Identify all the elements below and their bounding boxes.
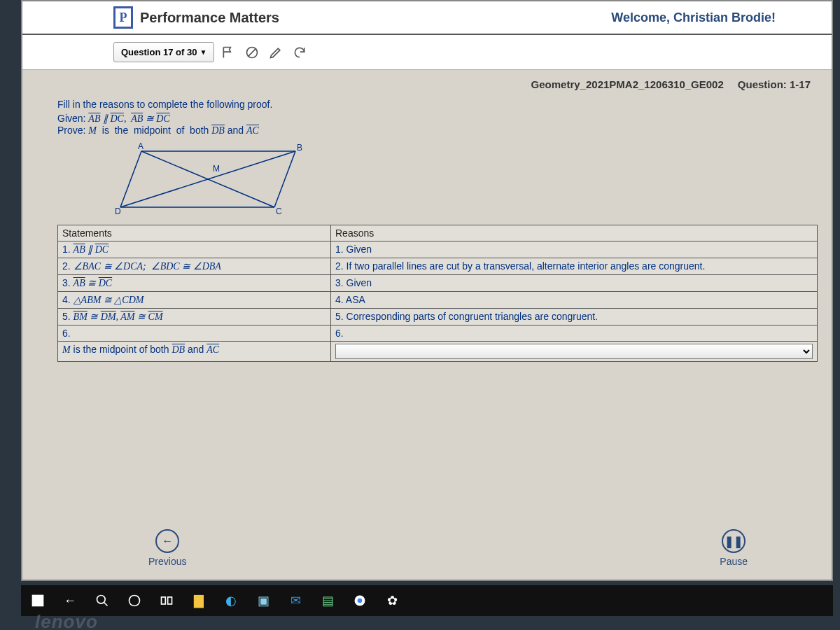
brand-title: Performance Matters [140, 10, 279, 26]
svg-text:B: B [297, 143, 302, 153]
back-arrow-icon[interactable]: ← [60, 591, 80, 610]
table-row: 5. BM ≅ DM, AM ≅ CM 5. Corresponding par… [58, 309, 818, 326]
prohibit-icon[interactable] [242, 43, 262, 62]
edge-icon[interactable]: ◐ [221, 591, 241, 610]
svg-rect-14 [38, 596, 43, 601]
pause-label: Pause [720, 556, 748, 567]
assessment-meta: Geometry_2021PMA2_1206310_GE002 Question… [22, 70, 832, 99]
svg-point-19 [130, 596, 140, 606]
svg-text:D: D [115, 206, 121, 216]
search-icon[interactable] [92, 591, 112, 610]
proof-table: Statements Reasons 1. AB ∥ DC 1. Given 2… [57, 225, 818, 362]
svg-text:A: A [138, 141, 144, 151]
settings-icon[interactable]: ✿ [382, 591, 402, 610]
start-icon[interactable] [28, 591, 48, 610]
svg-line-1 [248, 48, 256, 57]
table-row: 4. △ABM ≅ △CDM 4. ASA [58, 292, 818, 309]
flag-icon[interactable] [218, 43, 238, 62]
reasons-header: Reasons [331, 225, 818, 241]
table-row: 6. M is the midpoint of both DB and AC 6… [58, 326, 818, 362]
arrow-left-icon: ← [155, 529, 179, 553]
question-content: Fill in the reasons to complete the foll… [22, 99, 832, 519]
svg-point-17 [97, 596, 106, 604]
svg-rect-15 [33, 601, 38, 606]
previous-label: Previous [148, 556, 186, 567]
windows-taskbar: ← ▇ ◐ ▣ ✉ ▤ ✿ [21, 585, 833, 616]
svg-text:M: M [213, 164, 220, 174]
svg-point-23 [358, 598, 363, 603]
previous-button[interactable]: ← Previous [148, 529, 186, 567]
mail-icon[interactable]: ✉ [286, 591, 305, 610]
instruction-text: Fill in the reasons to complete the foll… [57, 99, 818, 110]
store-icon[interactable]: ▣ [253, 591, 273, 610]
svg-line-18 [104, 603, 108, 606]
svg-line-7 [120, 151, 295, 207]
question-toolbar: Question 17 of 30 ▼ [22, 35, 832, 70]
question-selector-label: Question 17 of 30 [121, 47, 197, 57]
svg-rect-20 [162, 597, 166, 604]
geometry-figure: A B C D M [113, 141, 316, 218]
given-line: Given: AB ∥ DC, AB ≅ DC [57, 113, 818, 125]
footer-nav: ← Previous ❚❚ Pause [22, 519, 832, 580]
pause-button[interactable]: ❚❚ Pause [720, 529, 748, 567]
statements-header: Statements [58, 225, 331, 241]
svg-rect-16 [38, 601, 43, 606]
assessment-code: Geometry_2021PMA2_1206310_GE002 [531, 78, 724, 90]
task-view-icon[interactable] [157, 591, 176, 610]
prove-line: Prove: M is the midpoint of both DB and … [57, 125, 818, 136]
table-row: 2. ∠BAC ≅ ∠DCA; ∠BDC ≅ ∠DBA 2. If two pa… [58, 258, 818, 275]
table-row: 1. AB ∥ DC 1. Given [58, 241, 818, 258]
svg-line-4 [120, 151, 141, 207]
question-selector[interactable]: Question 17 of 30 ▼ [113, 42, 214, 62]
app-header: P Performance Matters Welcome, Christian… [22, 1, 832, 35]
brand-logo-icon: P [113, 6, 133, 29]
chevron-down-icon: ▼ [200, 48, 206, 56]
chrome-icon[interactable] [350, 591, 370, 610]
highlighter-icon[interactable] [266, 43, 286, 62]
welcome-text: Welcome, Christian Brodie! [611, 10, 776, 25]
table-row: 3. AB ≅ DC 3. Given [58, 275, 818, 292]
reason-6-select[interactable] [335, 344, 813, 359]
pause-icon: ❚❚ [722, 529, 746, 553]
app-icon[interactable]: ▤ [318, 591, 337, 610]
device-brand: lenovo [35, 611, 98, 630]
cortana-icon[interactable] [125, 591, 144, 610]
refresh-icon[interactable] [290, 43, 309, 62]
svg-rect-21 [168, 597, 172, 604]
file-explorer-icon[interactable]: ▇ [189, 591, 209, 610]
svg-line-5 [274, 151, 295, 207]
svg-rect-13 [33, 596, 38, 601]
svg-text:C: C [276, 206, 282, 216]
question-number-label: Question: 1-17 [738, 78, 811, 90]
